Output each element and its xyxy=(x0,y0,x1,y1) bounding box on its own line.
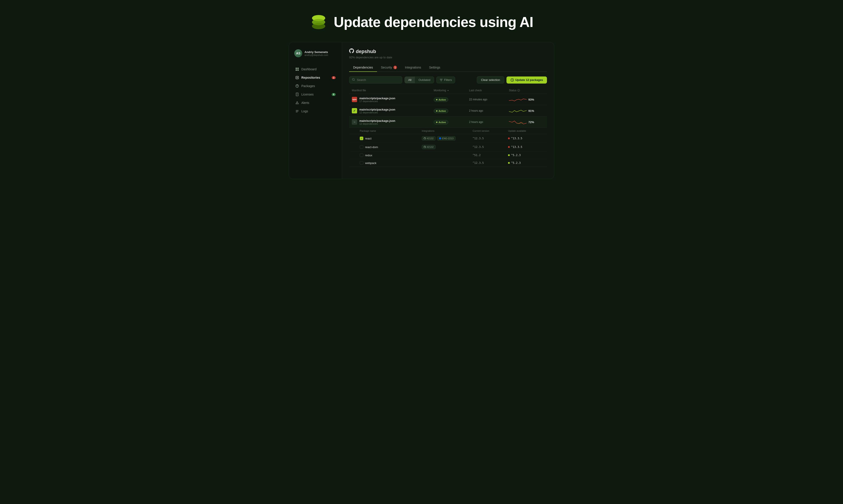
svg-rect-5 xyxy=(296,69,297,71)
update-packages-btn[interactable]: Update 12 packages xyxy=(506,76,547,84)
check-icon-2: ✓ xyxy=(352,108,357,113)
pkg-name-webpack: webpack xyxy=(365,161,376,165)
sidebar-item-licenses[interactable]: Licenses 6 xyxy=(293,90,338,98)
github-icon xyxy=(424,137,426,140)
chip-gh-2132: #2132 xyxy=(422,136,436,141)
tab-dependencies[interactable]: Dependencies xyxy=(349,64,377,72)
status-badge-1: Active xyxy=(434,97,448,102)
sidebar-item-packages[interactable]: Packages xyxy=(293,82,338,90)
update-icon xyxy=(511,78,514,82)
app-card: AS Andriy Semenets andriy@depshub.com Da… xyxy=(289,42,554,179)
logs-label: Logs xyxy=(302,109,308,113)
filter-icon xyxy=(440,78,443,82)
sort-icon xyxy=(447,89,449,91)
manifest-deps-3: 12 dependencies xyxy=(359,123,395,125)
pkg-checkbox-react[interactable]: ✓ xyxy=(360,137,363,140)
packages-label: Packages xyxy=(302,84,315,88)
pkg-row-react[interactable]: ✓ react #2132 ENG-2213 ^12.3.5 xyxy=(349,134,547,143)
main-content: depshub 92% dependencies are up to date … xyxy=(342,42,554,179)
manifest-row-2[interactable]: ✓ main/scripts/package.json 12 dependenc… xyxy=(349,105,547,116)
github-icon-2 xyxy=(424,146,426,148)
current-version-react: ^12.3.5 xyxy=(472,137,508,140)
current-version-react-dom: ^12.3.5 xyxy=(472,145,508,148)
user-name: Andriy Semenets xyxy=(305,50,328,54)
manifest-row-1[interactable]: npm main/scripts/package.json 17 depende… xyxy=(349,94,547,105)
repositories-icon xyxy=(295,76,299,79)
hero-section: Update dependencies using AI xyxy=(0,0,843,42)
search-input[interactable] xyxy=(357,78,399,82)
pkg-checkbox-react-dom[interactable] xyxy=(360,145,363,149)
tab-security[interactable]: Security 1 xyxy=(377,64,401,72)
filters-btn[interactable]: Filters xyxy=(436,76,455,83)
pkg-row-redux[interactable]: redux ^51.2 ^5.2.3 xyxy=(349,151,547,159)
dashboard-icon xyxy=(295,67,299,71)
sidebar-item-alerts[interactable]: Alerts xyxy=(293,99,338,107)
sparkline-3 xyxy=(509,119,527,125)
svg-rect-6 xyxy=(297,69,299,71)
hero-title: Update dependencies using AI xyxy=(334,14,533,30)
pkg-name-react: react xyxy=(365,137,372,140)
svg-point-10 xyxy=(352,78,355,80)
tab-settings[interactable]: Settings xyxy=(425,64,444,72)
pkg-row-react-dom[interactable]: react-dom #2132 ^12.3.5 ^13.3.5 xyxy=(349,143,547,151)
info-icon xyxy=(517,89,520,92)
update-version-react-dom: ^13.3.5 xyxy=(508,145,544,148)
hero-logo-icon xyxy=(310,13,327,31)
repo-name: depshub xyxy=(356,49,376,54)
last-check-1: 22 minutes ago xyxy=(469,98,509,101)
sparkline-2 xyxy=(509,107,527,114)
pkg-table-header: Package name Integrations Current versio… xyxy=(349,128,547,134)
pkg-row-webpack[interactable]: webpack ^12.3.5 ^5.2.3 xyxy=(349,159,547,167)
user-email: andriy@depshub.com xyxy=(305,54,328,56)
update-version-webpack: ^5.2.3 xyxy=(508,161,544,164)
licenses-label: Licenses xyxy=(302,93,313,96)
status-badge-3: Active xyxy=(434,120,448,124)
pkg-checkbox-webpack[interactable] xyxy=(360,161,363,165)
tabs-bar: Dependencies Security 1 Integrations Set… xyxy=(349,64,547,72)
svg-point-2 xyxy=(312,23,325,29)
repositories-label: Repositories xyxy=(302,76,320,79)
status-badge-2: Active xyxy=(434,109,448,113)
clear-selection-btn[interactable]: Clear selection xyxy=(477,76,504,84)
manifest-row-3[interactable]: − main/scripts/package.json 12 dependenc… xyxy=(349,116,547,128)
avatar: AS xyxy=(294,49,302,57)
svg-rect-3 xyxy=(296,68,297,69)
update-version-redux: ^5.2.3 xyxy=(508,154,544,157)
current-version-webpack: ^12.3.5 xyxy=(472,161,508,164)
svg-rect-4 xyxy=(297,68,299,69)
manifest-name-2: main/scripts/package.json xyxy=(359,108,395,111)
sidebar-item-dashboard[interactable]: Dashboard xyxy=(293,65,338,73)
sidebar-item-logs[interactable]: Logs xyxy=(293,107,338,115)
manifest-name-3: main/scripts/package.json xyxy=(359,119,395,123)
tab-integrations[interactable]: Integrations xyxy=(401,64,425,72)
security-badge: 1 xyxy=(393,66,397,69)
filter-outdated-btn[interactable]: Outdated xyxy=(415,77,434,83)
alerts-icon xyxy=(295,101,299,105)
search-box[interactable] xyxy=(349,76,402,84)
toolbar: All Outdated Filters Clear selection Upd… xyxy=(349,76,547,84)
sidebar: AS Andriy Semenets andriy@depshub.com Da… xyxy=(289,42,342,179)
repo-subtitle: 92% dependencies are up to date xyxy=(349,56,547,59)
logs-icon xyxy=(295,109,299,113)
package-sub-table: Package name Integrations Current versio… xyxy=(349,128,547,167)
manifest-deps-1: 17 dependencies xyxy=(359,100,395,103)
filter-all-btn[interactable]: All xyxy=(405,77,415,83)
pkg-checkbox-redux[interactable] xyxy=(360,154,363,157)
pct-3: 72% xyxy=(528,121,534,124)
licenses-icon xyxy=(295,92,299,96)
sidebar-item-repositories[interactable]: Repositories 2 xyxy=(293,74,338,82)
minus-icon-3: − xyxy=(352,119,357,125)
jira-icon xyxy=(439,137,441,140)
last-check-2: 2 hours ago xyxy=(469,109,509,112)
col-monitoring: Monitoring xyxy=(434,89,469,92)
col-last-check: Last check xyxy=(469,89,509,92)
licenses-badge: 6 xyxy=(332,93,336,96)
search-icon xyxy=(352,78,355,82)
manifest-name-1: main/scripts/package.json xyxy=(359,96,395,100)
chip-gh-react-dom: #2132 xyxy=(422,145,436,149)
sparkline-1 xyxy=(509,96,527,103)
dashboard-label: Dashboard xyxy=(302,68,316,71)
table-header: Manifest file Monitoring Last check Stat… xyxy=(349,87,547,94)
pkg-name-react-dom: react-dom xyxy=(365,145,378,149)
packages-icon xyxy=(295,84,299,88)
